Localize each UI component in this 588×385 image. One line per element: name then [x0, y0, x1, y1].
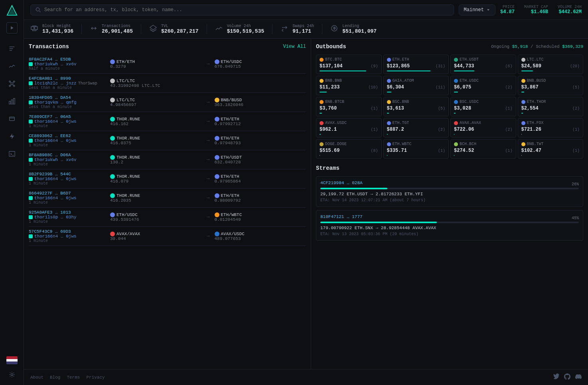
sidebar-item-nodes[interactable] — [5, 77, 19, 91]
tx-hash[interactable]: CE8893062 … EE62 — [29, 134, 109, 138]
stream-item: 4CF219984 … 028A 26% 29,199.72 ETH.USDT … — [316, 176, 583, 207]
tx-hash[interactable]: BF8AB988C … D06A — [29, 153, 109, 157]
outbound-value: $3,760 — [320, 106, 337, 111]
sidebar-item-pools[interactable] — [5, 94, 19, 108]
outbound-item[interactable]: BNB.BNB $11,233 (10) — [316, 76, 382, 95]
tx-hash[interactable]: E4FCBA9B1 … 8990 — [29, 76, 109, 81]
svg-marker-2 — [11, 26, 14, 29]
tx-addr-text[interactable]: thor1ukwh … xv6v — [34, 157, 77, 162]
footer-about[interactable]: About — [30, 375, 43, 380]
github-icon[interactable] — [564, 373, 570, 381]
stream-item: 810F47121 … 1777 45% 179.00790922 ETH.SN… — [316, 210, 583, 241]
search-container[interactable] — [30, 4, 454, 16]
block-height-value: 13,431,936 — [42, 28, 73, 34]
outbound-coin: AVAX.USDC — [320, 121, 378, 125]
sidebar — [0, 0, 24, 385]
outbound-item[interactable]: BCH.BCH $274.52 (1) — [450, 139, 516, 159]
outbound-coin: BCH.BCH — [454, 142, 513, 146]
sidebar-item-analytics[interactable] — [5, 59, 19, 73]
outbound-bar — [320, 155, 320, 156]
outbound-item[interactable]: GAIA.ATOM $6,304 (11) — [383, 76, 449, 95]
tx-addr-text[interactable]: thor1qvkm … qmfg — [34, 100, 77, 105]
tx-addr-text[interactable]: thor166n4 … 0jws — [34, 196, 77, 200]
stream-hash[interactable]: 810F47121 … 1777 — [320, 214, 579, 219]
outbound-item[interactable]: BNB.TWT $102.47 (1) — [518, 139, 584, 159]
outbound-bar — [320, 71, 366, 71]
tx-addr-text[interactable]: ltc1qh2lc … jnzz — [34, 81, 77, 86]
price-stat-price: PRICE $4.87 — [500, 5, 515, 15]
language-flag[interactable] — [6, 356, 18, 364]
outbound-item[interactable]: ETH.USDT $44,733 (6) — [450, 55, 516, 74]
tx-addr-text[interactable]: thor1ls0p … 03hy — [34, 215, 77, 220]
outbound-item[interactable]: BSC.BNB $3,613 (5) — [383, 97, 449, 116]
discord-icon[interactable] — [575, 373, 582, 381]
ongoing-label: Ongoing — [491, 44, 512, 49]
tx-hash[interactable]: 8B2F9239B … 544C — [29, 172, 109, 177]
outbound-item[interactable]: ETH.USDC $6,075 (2) — [450, 76, 516, 95]
tx-addr-text[interactable]: thor166n4 … 0jws — [34, 177, 77, 181]
tx-addr-text[interactable]: thor166n4 … 0jws — [34, 119, 77, 124]
tx-from: THOR.RUNE 416.0375 — [110, 136, 202, 145]
view-all-link[interactable]: View All — [283, 44, 306, 49]
to-amount: 0.01204549 — [215, 217, 306, 222]
outbound-item[interactable]: AVAX.AVAX $722.06 (2) — [450, 118, 516, 138]
outbound-item[interactable]: ETH.FOX $721.26 (1) — [518, 118, 584, 138]
footer-terms[interactable]: Terms — [67, 375, 80, 380]
tx-hash[interactable]: 86649227F … B6D7 — [29, 191, 109, 196]
table-row: E4FCBA9B1 … 8990 ltc1qh2lc … jnzz ThorSw… — [29, 74, 306, 93]
tx-hash[interactable]: 925A0AFE3 … 1013 — [29, 210, 109, 215]
sidebar-item-transactions[interactable] — [5, 41, 19, 56]
tx-info: E4FCBA9B1 … 8990 ltc1qh2lc … jnzz ThorSw… — [29, 76, 109, 90]
outbound-item[interactable]: AVAX.USDC $962.1 (1) — [316, 118, 382, 138]
to-coin-icon — [215, 155, 219, 160]
tx-hash[interactable]: 1B394FD05 … DA54 — [29, 95, 109, 100]
outbound-item[interactable]: BNB.BTCB $3,760 (1) — [316, 97, 382, 116]
network-selector[interactable]: Mainnet — [459, 4, 495, 16]
swaps24h-value: 91,171 — [292, 28, 314, 34]
transactions-icon — [90, 24, 98, 34]
arrow-icon: → — [203, 176, 213, 182]
transactions-panel: Transactions View All 8F8AC2FA4 … E5DB t… — [24, 39, 311, 369]
twitter-icon[interactable] — [553, 373, 559, 381]
coin-name: ETH.WBTC — [393, 142, 412, 146]
outbound-item[interactable]: ETH.ETH $123,865 (31) — [383, 55, 449, 74]
sidebar-item-lightning[interactable] — [5, 129, 19, 143]
search-input[interactable] — [44, 7, 449, 13]
tx-addr-text[interactable]: thor166n4 … 0jws — [34, 138, 77, 143]
outbound-item[interactable]: ETH.THOR $2,554 (2) — [518, 97, 584, 116]
tx-addr-text[interactable]: thor1ukwh … xv6v — [34, 62, 77, 67]
coin-dot — [521, 121, 525, 125]
outbound-count: (1) — [371, 128, 378, 132]
outbound-value: $102.47 — [521, 148, 541, 153]
coin-dot — [454, 100, 458, 104]
outbound-bar — [387, 92, 392, 92]
outbound-item[interactable]: DOGE.DOGE $515.69 (8) — [316, 139, 382, 159]
footer-privacy[interactable]: Privacy — [86, 375, 105, 380]
stream-progress-bar: 45% — [320, 222, 579, 223]
price-value: $4.87 — [500, 9, 515, 15]
sidebar-item-terminal[interactable] — [5, 147, 19, 161]
play-button[interactable] — [6, 22, 18, 33]
outbound-item[interactable]: BSC.USDC $3,028 (1) — [450, 97, 516, 116]
stat-block-height: Block Height 13,431,936 — [30, 24, 82, 34]
tx-time: 1 minute — [29, 200, 109, 205]
coin-name: ETH.FOX — [527, 121, 544, 125]
outbound-count: (2) — [505, 85, 512, 90]
from-amount: 30.044 — [110, 236, 202, 241]
tx-hash[interactable]: 57C5F43C9 … 69D3 — [29, 229, 109, 234]
tx-addr-text[interactable]: thor166n4 … 0jws — [34, 234, 77, 239]
stat-lending: Lending $51,801,097 — [322, 24, 385, 34]
footer-blog[interactable]: Blog — [50, 375, 60, 380]
sidebar-item-address[interactable] — [5, 112, 19, 126]
tx-hash[interactable]: 7E809CEF7 … 06A5 — [29, 114, 109, 119]
outbound-item[interactable]: BNB.BUSD $3,867 (5) — [518, 76, 584, 95]
outbound-item[interactable]: BTC.BTC $137,104 (9) — [316, 55, 382, 74]
outbound-item[interactable]: ETH.WBTC $335.71 (1) — [383, 139, 449, 159]
coin-dot — [521, 142, 525, 146]
settings-button[interactable] — [5, 367, 19, 382]
outbound-item[interactable]: LTC.LTC $24,589 (20) — [518, 55, 584, 74]
price-stat-marketcap: MARKET CAP $1.46B — [524, 5, 548, 15]
stream-hash[interactable]: 4CF219984 … 028A — [320, 181, 579, 185]
tx-hash[interactable]: 8F8AC2FA4 … E5DB — [29, 57, 109, 62]
outbound-item[interactable]: ETH.TGT $887.2 (2) — [383, 118, 449, 138]
